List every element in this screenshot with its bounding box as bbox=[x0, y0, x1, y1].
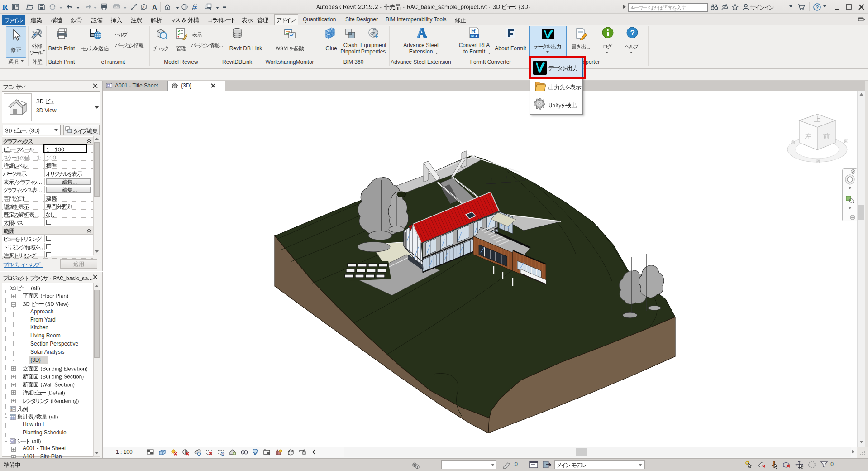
svg-text:9: 9 bbox=[199, 452, 200, 456]
svg-text:R: R bbox=[2, 3, 8, 10]
svg-text:A: A bbox=[152, 3, 157, 10]
svg-text:?: ? bbox=[816, 5, 819, 10]
svg-text:R: R bbox=[471, 27, 476, 34]
svg-text:9: 9 bbox=[222, 452, 224, 456]
svg-text:?: ? bbox=[630, 29, 635, 37]
svg-text:1: 1 bbox=[143, 5, 145, 9]
svg-text:RFA: RFA bbox=[471, 34, 477, 38]
